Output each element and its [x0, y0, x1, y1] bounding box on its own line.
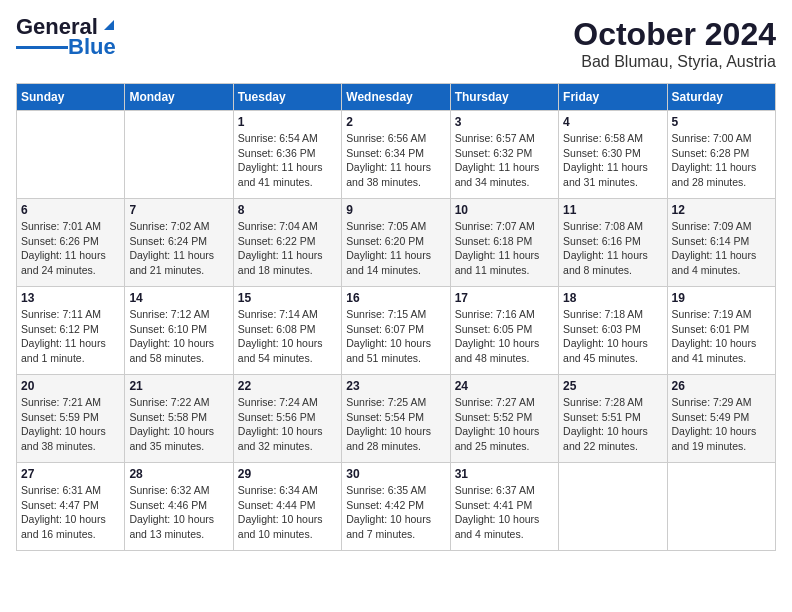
header-sunday: Sunday [17, 84, 125, 111]
calendar-cell: 28Sunrise: 6:32 AM Sunset: 4:46 PM Dayli… [125, 463, 233, 551]
day-info: Sunrise: 7:11 AM Sunset: 6:12 PM Dayligh… [21, 307, 120, 366]
day-info: Sunrise: 7:22 AM Sunset: 5:58 PM Dayligh… [129, 395, 228, 454]
day-number: 8 [238, 203, 337, 217]
header-wednesday: Wednesday [342, 84, 450, 111]
calendar-cell [667, 463, 775, 551]
calendar-cell: 29Sunrise: 6:34 AM Sunset: 4:44 PM Dayli… [233, 463, 341, 551]
day-info: Sunrise: 7:08 AM Sunset: 6:16 PM Dayligh… [563, 219, 662, 278]
calendar-cell: 22Sunrise: 7:24 AM Sunset: 5:56 PM Dayli… [233, 375, 341, 463]
calendar-cell: 10Sunrise: 7:07 AM Sunset: 6:18 PM Dayli… [450, 199, 558, 287]
day-number: 11 [563, 203, 662, 217]
calendar-cell: 14Sunrise: 7:12 AM Sunset: 6:10 PM Dayli… [125, 287, 233, 375]
day-number: 14 [129, 291, 228, 305]
calendar-cell: 2Sunrise: 6:56 AM Sunset: 6:34 PM Daylig… [342, 111, 450, 199]
calendar-cell: 20Sunrise: 7:21 AM Sunset: 5:59 PM Dayli… [17, 375, 125, 463]
calendar-week-3: 20Sunrise: 7:21 AM Sunset: 5:59 PM Dayli… [17, 375, 776, 463]
day-info: Sunrise: 6:37 AM Sunset: 4:41 PM Dayligh… [455, 483, 554, 542]
calendar-cell: 13Sunrise: 7:11 AM Sunset: 6:12 PM Dayli… [17, 287, 125, 375]
calendar-cell [559, 463, 667, 551]
calendar-cell: 11Sunrise: 7:08 AM Sunset: 6:16 PM Dayli… [559, 199, 667, 287]
calendar-cell: 31Sunrise: 6:37 AM Sunset: 4:41 PM Dayli… [450, 463, 558, 551]
day-info: Sunrise: 7:24 AM Sunset: 5:56 PM Dayligh… [238, 395, 337, 454]
logo-blue-text: Blue [68, 34, 116, 60]
day-info: Sunrise: 6:56 AM Sunset: 6:34 PM Dayligh… [346, 131, 445, 190]
calendar-cell [125, 111, 233, 199]
day-info: Sunrise: 7:25 AM Sunset: 5:54 PM Dayligh… [346, 395, 445, 454]
header-saturday: Saturday [667, 84, 775, 111]
day-info: Sunrise: 7:19 AM Sunset: 6:01 PM Dayligh… [672, 307, 771, 366]
day-info: Sunrise: 7:14 AM Sunset: 6:08 PM Dayligh… [238, 307, 337, 366]
day-number: 13 [21, 291, 120, 305]
day-number: 9 [346, 203, 445, 217]
calendar-cell: 30Sunrise: 6:35 AM Sunset: 4:42 PM Dayli… [342, 463, 450, 551]
day-info: Sunrise: 7:29 AM Sunset: 5:49 PM Dayligh… [672, 395, 771, 454]
calendar-cell: 8Sunrise: 7:04 AM Sunset: 6:22 PM Daylig… [233, 199, 341, 287]
day-number: 12 [672, 203, 771, 217]
day-info: Sunrise: 7:00 AM Sunset: 6:28 PM Dayligh… [672, 131, 771, 190]
day-info: Sunrise: 6:57 AM Sunset: 6:32 PM Dayligh… [455, 131, 554, 190]
day-number: 16 [346, 291, 445, 305]
day-number: 20 [21, 379, 120, 393]
calendar-table: SundayMondayTuesdayWednesdayThursdayFrid… [16, 83, 776, 551]
day-number: 15 [238, 291, 337, 305]
day-info: Sunrise: 7:21 AM Sunset: 5:59 PM Dayligh… [21, 395, 120, 454]
day-info: Sunrise: 7:12 AM Sunset: 6:10 PM Dayligh… [129, 307, 228, 366]
calendar-week-1: 6Sunrise: 7:01 AM Sunset: 6:26 PM Daylig… [17, 199, 776, 287]
day-number: 10 [455, 203, 554, 217]
day-number: 29 [238, 467, 337, 481]
calendar-cell: 17Sunrise: 7:16 AM Sunset: 6:05 PM Dayli… [450, 287, 558, 375]
day-number: 17 [455, 291, 554, 305]
day-info: Sunrise: 7:15 AM Sunset: 6:07 PM Dayligh… [346, 307, 445, 366]
calendar-cell: 23Sunrise: 7:25 AM Sunset: 5:54 PM Dayli… [342, 375, 450, 463]
day-info: Sunrise: 7:05 AM Sunset: 6:20 PM Dayligh… [346, 219, 445, 278]
calendar-cell: 1Sunrise: 6:54 AM Sunset: 6:36 PM Daylig… [233, 111, 341, 199]
header-thursday: Thursday [450, 84, 558, 111]
day-number: 25 [563, 379, 662, 393]
day-number: 26 [672, 379, 771, 393]
day-number: 7 [129, 203, 228, 217]
calendar-cell: 5Sunrise: 7:00 AM Sunset: 6:28 PM Daylig… [667, 111, 775, 199]
day-number: 1 [238, 115, 337, 129]
calendar-cell: 15Sunrise: 7:14 AM Sunset: 6:08 PM Dayli… [233, 287, 341, 375]
calendar-header-row: SundayMondayTuesdayWednesdayThursdayFrid… [17, 84, 776, 111]
calendar-cell: 25Sunrise: 7:28 AM Sunset: 5:51 PM Dayli… [559, 375, 667, 463]
day-number: 22 [238, 379, 337, 393]
day-info: Sunrise: 7:04 AM Sunset: 6:22 PM Dayligh… [238, 219, 337, 278]
day-number: 28 [129, 467, 228, 481]
day-number: 2 [346, 115, 445, 129]
day-info: Sunrise: 7:27 AM Sunset: 5:52 PM Dayligh… [455, 395, 554, 454]
day-info: Sunrise: 7:02 AM Sunset: 6:24 PM Dayligh… [129, 219, 228, 278]
header-monday: Monday [125, 84, 233, 111]
day-number: 6 [21, 203, 120, 217]
calendar-week-4: 27Sunrise: 6:31 AM Sunset: 4:47 PM Dayli… [17, 463, 776, 551]
day-info: Sunrise: 7:09 AM Sunset: 6:14 PM Dayligh… [672, 219, 771, 278]
calendar-cell: 9Sunrise: 7:05 AM Sunset: 6:20 PM Daylig… [342, 199, 450, 287]
day-info: Sunrise: 7:01 AM Sunset: 6:26 PM Dayligh… [21, 219, 120, 278]
day-info: Sunrise: 6:34 AM Sunset: 4:44 PM Dayligh… [238, 483, 337, 542]
page-header: General Blue October 2024 Bad Blumau, St… [16, 16, 776, 71]
header-tuesday: Tuesday [233, 84, 341, 111]
day-number: 23 [346, 379, 445, 393]
day-number: 19 [672, 291, 771, 305]
day-number: 31 [455, 467, 554, 481]
day-number: 30 [346, 467, 445, 481]
title-block: October 2024 Bad Blumau, Styria, Austria [573, 16, 776, 71]
day-info: Sunrise: 7:16 AM Sunset: 6:05 PM Dayligh… [455, 307, 554, 366]
day-info: Sunrise: 6:32 AM Sunset: 4:46 PM Dayligh… [129, 483, 228, 542]
day-info: Sunrise: 6:31 AM Sunset: 4:47 PM Dayligh… [21, 483, 120, 542]
header-friday: Friday [559, 84, 667, 111]
day-info: Sunrise: 7:18 AM Sunset: 6:03 PM Dayligh… [563, 307, 662, 366]
day-info: Sunrise: 6:35 AM Sunset: 4:42 PM Dayligh… [346, 483, 445, 542]
calendar-cell: 27Sunrise: 6:31 AM Sunset: 4:47 PM Dayli… [17, 463, 125, 551]
day-number: 24 [455, 379, 554, 393]
day-number: 18 [563, 291, 662, 305]
calendar-cell [17, 111, 125, 199]
calendar-week-2: 13Sunrise: 7:11 AM Sunset: 6:12 PM Dayli… [17, 287, 776, 375]
day-number: 21 [129, 379, 228, 393]
calendar-title: October 2024 [573, 16, 776, 53]
day-info: Sunrise: 7:07 AM Sunset: 6:18 PM Dayligh… [455, 219, 554, 278]
day-info: Sunrise: 7:28 AM Sunset: 5:51 PM Dayligh… [563, 395, 662, 454]
calendar-cell: 21Sunrise: 7:22 AM Sunset: 5:58 PM Dayli… [125, 375, 233, 463]
day-number: 27 [21, 467, 120, 481]
day-number: 4 [563, 115, 662, 129]
